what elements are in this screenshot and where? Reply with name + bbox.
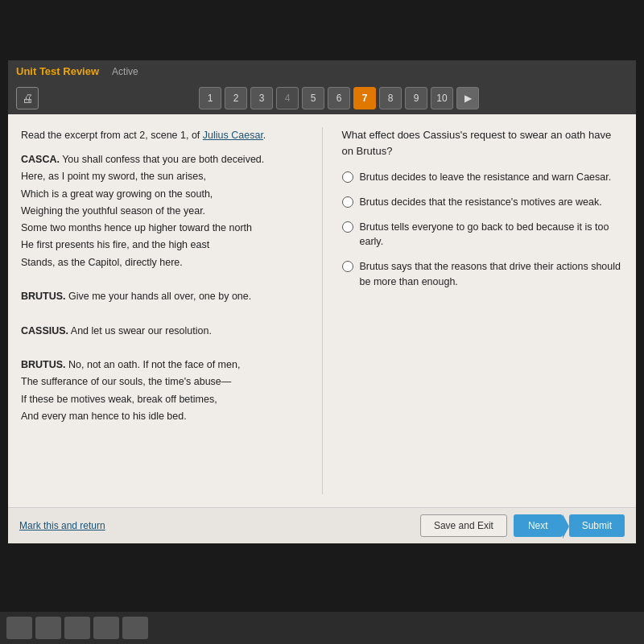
cassius-label: CASSIUS. [21, 325, 68, 336]
option-c[interactable]: Brutus tells everyone to go back to bed … [342, 220, 624, 250]
page-btn-8[interactable]: 8 [379, 87, 402, 109]
option-a-text: Brutus decides to leave the resistance a… [360, 170, 612, 185]
radio-a[interactable] [342, 171, 353, 183]
content-area: Read the excerpt from act 2, scene 1, of… [8, 114, 636, 543]
page-btn-5[interactable]: 5 [302, 87, 324, 109]
brutus-label-2: BRUTUS. [21, 359, 66, 370]
taskbar-btn-1[interactable] [6, 617, 32, 639]
page-btn-6[interactable]: 6 [328, 87, 350, 109]
excerpt-text: CASCA. You shall confess that you are bo… [21, 151, 303, 425]
radio-c[interactable] [342, 221, 353, 233]
excerpt-panel: Read the excerpt from act 2, scene 1, of… [21, 127, 303, 494]
page-btn-7[interactable]: 7 [353, 87, 376, 109]
save-exit-button[interactable]: Save and Exit [420, 514, 507, 537]
next-button[interactable]: Next [514, 514, 563, 537]
footer-bar: Mark this and return Save and Exit Next … [8, 507, 636, 543]
julius-caesar-link[interactable]: Julius Caesar [203, 130, 263, 141]
page-btn-10[interactable]: 10 [431, 87, 453, 109]
brutus-label-1: BRUTUS. [21, 291, 66, 302]
top-bar: Unit Test Review Active [8, 60, 636, 82]
page-btn-2[interactable]: 2 [225, 87, 247, 109]
page-btn-4[interactable]: 4 [276, 87, 299, 109]
status-badge: Active [112, 66, 138, 77]
question-panel: What effect does Cassius's request to sw… [342, 127, 624, 494]
page-btn-3[interactable]: 3 [250, 87, 273, 109]
taskbar-btn-2[interactable] [35, 617, 61, 639]
radio-b[interactable] [342, 196, 353, 208]
page-btn-1[interactable]: 1 [199, 87, 221, 109]
option-b-text: Brutus decides that the resistance's mot… [360, 195, 602, 210]
page-navigation: 1 2 3 4 5 6 7 8 9 10 ▶ [199, 87, 479, 109]
intro-text: Read the excerpt from act 2, scene 1, of… [21, 127, 303, 143]
page-title: Unit Test Review [16, 65, 99, 77]
question-text: What effect does Cassius's request to sw… [342, 127, 624, 159]
page-btn-9[interactable]: 9 [405, 87, 427, 109]
panel-divider [322, 127, 323, 494]
mark-return-link[interactable]: Mark this and return [19, 520, 412, 531]
nav-bar: 🖨 1 2 3 4 5 6 7 8 9 10 ▶ [8, 82, 636, 114]
radio-d[interactable] [342, 261, 353, 272]
submit-button[interactable]: Submit [569, 514, 625, 537]
taskbar-btn-5[interactable] [122, 617, 148, 639]
footer-buttons: Save and Exit Next Submit [420, 514, 625, 537]
print-button[interactable]: 🖨 [16, 87, 39, 109]
next-page-arrow[interactable]: ▶ [456, 87, 479, 109]
taskbar-btn-3[interactable] [64, 617, 90, 639]
taskbar [0, 612, 644, 644]
option-d[interactable]: Brutus says that the reasons that drive … [342, 259, 624, 290]
casca-label: CASCA. [21, 154, 60, 165]
option-a[interactable]: Brutus decides to leave the resistance a… [342, 170, 624, 185]
option-c-text: Brutus tells everyone to go back to bed … [360, 220, 624, 250]
option-b[interactable]: Brutus decides that the resistance's mot… [342, 195, 624, 210]
question-area: Read the excerpt from act 2, scene 1, of… [8, 114, 636, 507]
option-d-text: Brutus says that the reasons that drive … [360, 259, 624, 290]
taskbar-btn-4[interactable] [93, 617, 119, 639]
